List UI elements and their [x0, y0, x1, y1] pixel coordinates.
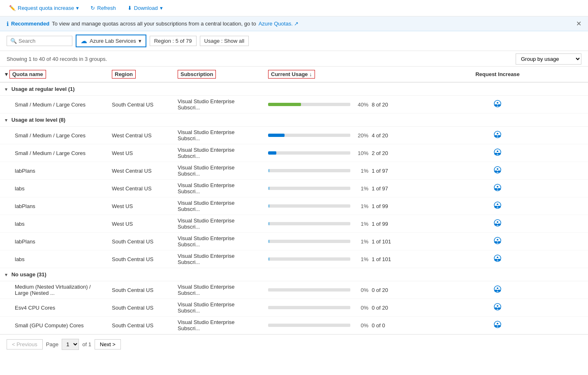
- usage-pct: 1%: [354, 168, 368, 174]
- svg-point-21: [497, 204, 498, 205]
- usage-filter-tag[interactable]: Usage : Show all: [200, 36, 249, 46]
- page-select[interactable]: 1: [62, 339, 79, 350]
- region-filter-tag[interactable]: Region : 5 of 79: [150, 36, 197, 46]
- prev-btn[interactable]: < Previous: [7, 339, 43, 350]
- bar-container: [268, 324, 350, 327]
- col-header-region[interactable]: Region: [107, 67, 173, 82]
- usage-cell: 1% 1 of 97: [263, 180, 407, 197]
- group-name: Usage at regular level (1): [12, 86, 75, 92]
- group-by-select[interactable]: Group by usage: [516, 53, 581, 65]
- request-increase-cell: [407, 299, 588, 317]
- region-cell: West Central US: [107, 162, 173, 180]
- usage-count: 1 of 101: [372, 238, 396, 245]
- svg-point-22: [494, 206, 498, 208]
- request-increase-cell: [407, 144, 588, 162]
- usage-count: 8 of 20: [372, 102, 396, 108]
- quota-name-cell: labPlans: [0, 197, 107, 215]
- usage-count: 2 of 20: [372, 150, 396, 156]
- request-increase-cell: [407, 215, 588, 233]
- usage-count: 1 of 97: [372, 185, 396, 192]
- search-input[interactable]: [19, 38, 68, 44]
- group-toggle-icon[interactable]: ▾: [5, 87, 7, 92]
- chevron-down-icon: ▾: [76, 5, 79, 11]
- col-header-usage[interactable]: Current Usage ↓: [263, 67, 407, 82]
- bar-container: [268, 204, 350, 208]
- next-btn[interactable]: Next >: [95, 339, 121, 350]
- region-cell: West Central US: [107, 180, 173, 197]
- subscription-cell: Visual Studio Enterprise Subscri...: [173, 317, 263, 334]
- usage-cell: 1% 1 of 101: [263, 233, 407, 250]
- group-header-row[interactable]: ▾ No usage (31): [0, 268, 588, 281]
- request-increase-icon[interactable]: [494, 221, 501, 228]
- refresh-icon: ↻: [90, 5, 95, 11]
- col-header-subscription[interactable]: Subscription: [173, 67, 263, 82]
- service-dropdown[interactable]: ☁ Azure Lab Services ▾: [76, 35, 146, 47]
- table-row: Medium (Nested Virtualization) / Large (…: [0, 281, 588, 299]
- svg-point-14: [494, 171, 498, 173]
- region-cell: West US: [107, 144, 173, 162]
- svg-point-1: [497, 102, 498, 104]
- request-increase-icon[interactable]: [494, 256, 501, 263]
- bar-container: [268, 134, 350, 137]
- group-header-row[interactable]: ▾ Usage at regular level (1): [0, 82, 588, 96]
- svg-point-19: [498, 188, 501, 190]
- chevron-down-icon3: ▾: [139, 38, 141, 44]
- request-increase-icon[interactable]: [494, 185, 501, 192]
- request-increase-icon[interactable]: [494, 305, 501, 312]
- region-cell: South Central US: [107, 233, 173, 250]
- search-box[interactable]: 🔍: [7, 36, 72, 46]
- svg-point-26: [494, 224, 498, 226]
- azure-quotas-link[interactable]: Azure Quotas. ↗: [259, 21, 299, 27]
- group-toggle-icon[interactable]: ▾: [5, 118, 7, 123]
- usage-pct: 1%: [354, 238, 368, 245]
- group-name: No usage (31): [12, 271, 46, 278]
- group-toggle-icon[interactable]: ▾: [5, 272, 7, 277]
- request-increase-icon[interactable]: [494, 322, 501, 329]
- svg-point-9: [497, 150, 498, 152]
- request-increase-icon[interactable]: [494, 102, 501, 109]
- banner-close-btn[interactable]: ✕: [576, 20, 581, 28]
- svg-point-33: [497, 257, 498, 258]
- svg-point-43: [498, 308, 501, 310]
- request-quota-btn[interactable]: ✏️ Request quota increase ▾: [7, 3, 81, 13]
- usage-pct: 0%: [354, 305, 368, 311]
- request-increase-icon[interactable]: [494, 287, 501, 294]
- svg-point-23: [498, 206, 501, 208]
- svg-point-11: [498, 153, 501, 155]
- of-label: of 1: [82, 341, 91, 347]
- refresh-btn[interactable]: ↻ Refresh: [88, 3, 118, 13]
- col-header-quota[interactable]: ▾ Quota name: [0, 67, 107, 82]
- download-label: Download: [134, 5, 158, 11]
- request-increase-icon[interactable]: [494, 238, 501, 245]
- subscription-cell: Visual Studio Enterprise Subscri...: [173, 299, 263, 317]
- table-container[interactable]: ▾ Quota name Region Subscription Current…: [0, 66, 588, 334]
- svg-point-35: [498, 259, 501, 261]
- subscription-cell: Visual Studio Enterprise Subscri...: [173, 127, 263, 144]
- info-icon: ℹ: [7, 21, 9, 27]
- request-increase-header: Request Increase: [475, 71, 520, 77]
- group-header-row[interactable]: ▾ Usage at low level (8): [0, 113, 588, 127]
- request-increase-icon[interactable]: [494, 203, 501, 210]
- summary-text: Showing 1 to 40 of 40 records in 3 group…: [7, 56, 107, 62]
- subscription-cell: Visual Studio Enterprise Subscri...: [173, 180, 263, 197]
- region-cell: South Central US: [107, 96, 173, 113]
- request-increase-icon[interactable]: [494, 132, 501, 139]
- region-cell: South Central US: [107, 299, 173, 317]
- service-name-label: Azure Lab Services: [90, 38, 136, 44]
- subscription-cell: Visual Studio Enterprise Subscri...: [173, 215, 263, 233]
- bar-container: [268, 222, 350, 225]
- svg-point-17: [497, 186, 498, 188]
- request-increase-icon[interactable]: [494, 168, 501, 175]
- request-increase-icon[interactable]: [494, 150, 501, 157]
- usage-count: 4 of 20: [372, 132, 396, 139]
- region-cell: South Central US: [107, 317, 173, 334]
- request-increase-cell: [407, 197, 588, 215]
- download-btn[interactable]: ⬇ Download ▾: [125, 3, 165, 13]
- quota-name-cell: labPlans: [0, 162, 107, 180]
- quota-name-cell: Small / Medium / Large Cores: [0, 96, 107, 113]
- table-header-row: ▾ Quota name Region Subscription Current…: [0, 67, 588, 82]
- svg-point-5: [497, 133, 498, 134]
- banner-message: To view and manage quotas across all you…: [52, 21, 256, 27]
- region-header: Region: [112, 70, 136, 79]
- group-name: Usage at low level (8): [12, 117, 66, 123]
